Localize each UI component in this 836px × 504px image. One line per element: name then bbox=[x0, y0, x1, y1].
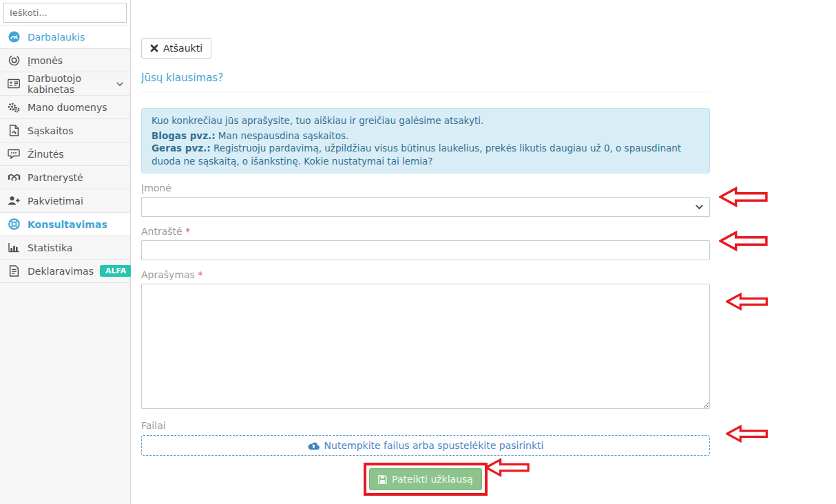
sidebar-item-sąskaitos[interactable]: Sąskaitos bbox=[0, 119, 130, 143]
sidebar-item-label: Partnerystė bbox=[28, 172, 83, 183]
dropzone-label: Nutempkite failus arba spustelėkite pasi… bbox=[324, 440, 544, 451]
chevron-down-icon bbox=[116, 80, 124, 88]
save-icon bbox=[378, 475, 387, 484]
submit-button-label: Pateikti užklausą bbox=[392, 474, 473, 485]
sidebar-item-pakvietimai[interactable]: Pakvietimai bbox=[0, 189, 130, 213]
annotation-arrow-left-icon bbox=[485, 456, 530, 479]
sidebar-item-konsultavimas[interactable]: Konsultavimas bbox=[0, 213, 130, 236]
bad-example-label: Blogas pvz.: bbox=[151, 130, 216, 141]
info-examples: Blogas pvz.: Man nespausdina sąskaitos. … bbox=[151, 129, 700, 168]
cancel-button-label: Atšaukti bbox=[163, 43, 202, 54]
user-plus-icon bbox=[6, 196, 21, 206]
dashboard-icon bbox=[6, 31, 21, 43]
sidebar-item-label: Konsultavimas bbox=[28, 219, 107, 230]
at-icon bbox=[6, 54, 21, 66]
info-box: Kuo konkrečiau jūs aprašysite, tuo aiški… bbox=[141, 108, 710, 174]
heading-divider bbox=[141, 92, 710, 92]
title-input[interactable] bbox=[141, 240, 710, 260]
company-field-group: Įmonė bbox=[141, 182, 710, 217]
close-icon bbox=[150, 44, 158, 52]
info-line-1: Kuo konkrečiau jūs aprašysite, tuo aiški… bbox=[151, 114, 700, 127]
cloud-upload-icon bbox=[308, 441, 320, 450]
alfa-badge: ALFA bbox=[100, 265, 132, 277]
sidebar-item-žinutės[interactable]: Žinutės bbox=[0, 143, 130, 166]
annotation-arrow-left-icon bbox=[719, 186, 769, 208]
required-asterisk: * bbox=[198, 269, 202, 280]
sidebar-nav: DarbalaukisĮmonėsDarbuotojo kabinetasMan… bbox=[0, 25, 130, 283]
sidebar-item-label: Darbuotojo kabinetas bbox=[28, 73, 109, 95]
sidebar-item-statistika[interactable]: Statistika bbox=[0, 236, 130, 260]
company-select[interactable] bbox=[141, 197, 710, 217]
files-label: Failai bbox=[141, 420, 710, 431]
cancel-button[interactable]: Atšaukti bbox=[141, 38, 211, 59]
search-input[interactable] bbox=[3, 3, 127, 23]
title-field-group: Antraštė * bbox=[141, 226, 710, 260]
submit-button[interactable]: Pateikti užklausą bbox=[369, 468, 482, 490]
description-textarea[interactable] bbox=[141, 284, 710, 409]
sidebar-search bbox=[0, 0, 130, 25]
sidebar-item-label: Deklaravimas bbox=[28, 266, 94, 277]
sidebar-item-label: Žinutės bbox=[28, 149, 64, 160]
title-label: Antraštė * bbox=[141, 226, 710, 237]
description-label: Aprašymas * bbox=[141, 269, 710, 280]
company-label: Įmonė bbox=[141, 182, 710, 193]
cogs-icon bbox=[6, 102, 21, 113]
sidebar-item-label: Mano duomenys bbox=[28, 102, 107, 113]
bar-chart-icon bbox=[6, 242, 21, 253]
description-field-group: Aprašymas * bbox=[141, 269, 710, 411]
annotation-arrow-left-icon bbox=[719, 230, 769, 252]
files-field-group: Failai Nutempkite failus arba spustelėki… bbox=[141, 420, 710, 456]
annotation-arrow-left-icon bbox=[726, 291, 769, 312]
sidebar-item-darbuotojo-kabinetas[interactable]: Darbuotojo kabinetas bbox=[0, 72, 130, 96]
sidebar-item-partnerystė[interactable]: Partnerystė bbox=[0, 166, 130, 189]
handshake-icon bbox=[6, 173, 21, 182]
sidebar-item-deklaravimas[interactable]: DeklaravimasALFA bbox=[0, 260, 130, 283]
page-title: Jūsų klausimas? bbox=[141, 72, 710, 84]
bad-example-text: Man nespausdina sąskaitos. bbox=[216, 130, 349, 141]
sidebar-item-label: Sąskaitos bbox=[28, 125, 73, 136]
comments-icon bbox=[6, 149, 21, 159]
id-card-icon bbox=[6, 78, 21, 89]
good-example-label: Geras pvz.: bbox=[151, 143, 211, 154]
file-pdf-icon bbox=[6, 125, 21, 136]
sidebar-item-įmonės[interactable]: Įmonės bbox=[0, 49, 130, 72]
required-asterisk: * bbox=[185, 226, 190, 237]
file-dropzone[interactable]: Nutempkite failus arba spustelėkite pasi… bbox=[141, 435, 710, 456]
annotation-arrow-left-icon bbox=[726, 423, 769, 444]
sidebar-item-label: Pakvietimai bbox=[28, 196, 83, 207]
sidebar-item-label: Statistika bbox=[28, 242, 72, 253]
life-ring-icon bbox=[6, 218, 21, 230]
good-example-text: Registruoju pardavimą, užpildžiau visus … bbox=[151, 143, 681, 167]
annotation-highlight-box: Pateikti užklausą bbox=[364, 463, 488, 496]
sidebar-item-mano-duomenys[interactable]: Mano duomenys bbox=[0, 96, 130, 119]
sidebar-item-label: Įmonės bbox=[28, 55, 63, 66]
sidebar-item-darbalaukis[interactable]: Darbalaukis bbox=[0, 25, 130, 49]
file-text-icon bbox=[6, 265, 21, 277]
sidebar-item-label: Darbalaukis bbox=[28, 32, 85, 43]
sidebar: DarbalaukisĮmonėsDarbuotojo kabinetasMan… bbox=[0, 0, 131, 504]
